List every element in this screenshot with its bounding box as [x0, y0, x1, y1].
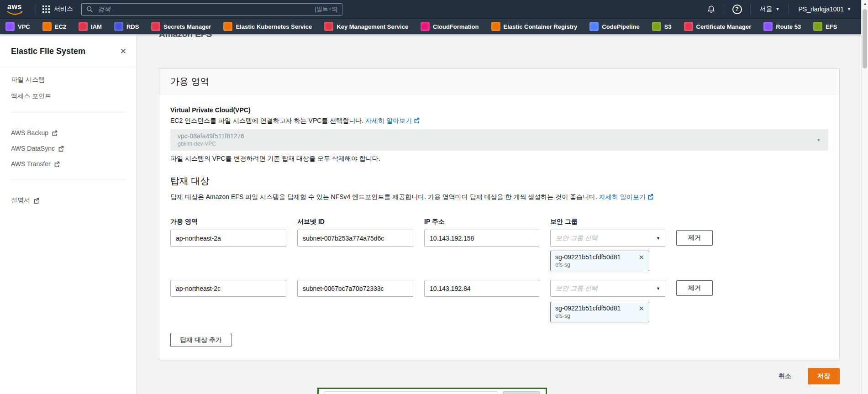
- account-menu[interactable]: PS_rlarlqja1001 ▼: [795, 5, 854, 13]
- favorite-service-label: Certificate Manager: [696, 23, 752, 30]
- subnet-field[interactable]: subnet-0067bc7a70b72333c: [297, 280, 413, 297]
- search-box[interactable]: [알트+S]: [81, 3, 342, 16]
- favorite-service-cloudformation[interactable]: CloudFormation: [421, 22, 479, 31]
- favorite-service-codepipeline[interactable]: CodePipeline: [589, 22, 639, 31]
- top-navigation: aws 서비스 [알트+S]: [0, 0, 861, 18]
- external-link-icon: [414, 117, 420, 123]
- security-group-select[interactable]: 보안 그룹 선택 ▼: [550, 280, 665, 297]
- vpc-description: EC2 인스턴스를 파일 시스템에 연결하고자 하는 VPC를 선택합니다. 자…: [170, 117, 828, 125]
- divider: [11, 179, 126, 179]
- route-53-icon: [763, 22, 773, 31]
- save-button[interactable]: 저장: [808, 368, 840, 384]
- region-selector[interactable]: 서울 ▼: [757, 5, 783, 13]
- favorite-service-iam[interactable]: IAM: [79, 22, 102, 31]
- help-button[interactable]: ?: [731, 5, 744, 14]
- codepipeline-icon: [589, 22, 599, 31]
- favorite-service-label: EC2: [55, 23, 66, 30]
- remove-sg-icon[interactable]: ✕: [638, 254, 644, 261]
- secrets-manager-icon: [151, 22, 160, 31]
- ip-field[interactable]: 10.143.192.158: [424, 230, 539, 247]
- favorite-service-label: IAM: [91, 23, 102, 30]
- remove-sg-icon[interactable]: ✕: [638, 305, 644, 312]
- chevron-down-icon: ▼: [816, 137, 821, 142]
- favorite-service-ec2[interactable]: EC2: [42, 22, 66, 31]
- certificate-manager-icon: [684, 22, 693, 31]
- elastic-kubernetes-service-icon: [223, 22, 232, 31]
- availability-zone-card: 가용 영역 Virtual Private Cloud(VPC) EC2 인스턴…: [159, 68, 840, 360]
- vpc-select[interactable]: vpc-08afa49f511f81276 gbkim-dev-VPC ▼: [170, 129, 828, 151]
- favorite-service-label: Elastic Kubernetes Service: [236, 23, 312, 30]
- favorite-service-key-management-service[interactable]: Key Management Service: [324, 22, 408, 31]
- close-icon[interactable]: ✕: [120, 47, 126, 55]
- partial-green-dialog: [317, 388, 547, 394]
- favorite-service-s3[interactable]: S3: [652, 22, 672, 31]
- security-group-id: sg-09221b51cfdf50d81: [555, 305, 621, 312]
- aws-smile-icon: [6, 11, 24, 15]
- favorite-service-label: S3: [664, 23, 672, 30]
- favorite-service-efs[interactable]: EFS: [813, 22, 837, 31]
- favorite-service-label: RDS: [126, 23, 139, 30]
- rds-icon: [114, 22, 123, 31]
- mount-targets-learn-more-link[interactable]: 자세히 알아보기: [599, 193, 653, 200]
- favorite-service-secrets-manager[interactable]: Secrets Manager: [151, 22, 211, 31]
- remove-button[interactable]: 제거: [676, 280, 713, 296]
- mount-target-row: ap-northeast-2a subnet-007b253a774a75d6c…: [170, 230, 828, 247]
- security-group-select[interactable]: 보안 그룹 선택 ▼: [550, 230, 665, 247]
- sidebar-item-aws-transfer[interactable]: AWS Transfer: [0, 156, 137, 172]
- favorite-service-label: CloudFormation: [433, 23, 479, 30]
- selected-sg-row: sg-09221b51cfdf50d81 ✕ efs-sg: [170, 251, 828, 271]
- help-icon: ?: [732, 5, 742, 14]
- account-label: PS_rlarlqja1001: [798, 5, 844, 13]
- favorite-service-elastic-kubernetes-service[interactable]: Elastic Kubernetes Service: [223, 22, 312, 31]
- subnet-field[interactable]: subnet-007b253a774a75d6c: [297, 230, 413, 247]
- vpc-selected-id: vpc-08afa49f511f81276: [178, 132, 821, 140]
- ip-field[interactable]: 10.143.192.84: [424, 280, 539, 297]
- divider: [724, 4, 724, 14]
- scroll-up-arrow-icon[interactable]: ▲: [862, 2, 868, 6]
- column-header-sg: 보안 그룹: [550, 218, 665, 226]
- vpc-learn-more-link[interactable]: 자세히 알아보기: [365, 117, 420, 124]
- notifications-button[interactable]: [705, 5, 717, 14]
- chevron-down-icon: ▼: [656, 286, 660, 291]
- add-mount-target-button[interactable]: 탑재 대상 추가: [170, 333, 231, 347]
- mount-targets-description: 탑재 대상은 Amazon EFS 파일 시스템을 탑재할 수 있는 NFSv4…: [170, 193, 828, 201]
- aws-logo-text: aws: [7, 3, 22, 11]
- cancel-button[interactable]: 취소: [776, 372, 794, 381]
- selected-sg-row: sg-09221b51cfdf50d81 ✕ efs-sg: [170, 302, 828, 322]
- chevron-down-icon: ▼: [656, 236, 660, 241]
- services-label: 서비스: [54, 5, 73, 13]
- sidebar: Elastic File System ✕ 파일 시스템 액세스 포인트 AWS…: [0, 34, 137, 394]
- iam-icon: [79, 22, 88, 31]
- aws-logo[interactable]: aws: [6, 3, 25, 16]
- vertical-scrollbar[interactable]: ▲: [861, 0, 868, 394]
- services-menu[interactable]: 서비스: [42, 5, 73, 13]
- sidebar-title: Elastic File System: [11, 47, 85, 56]
- sidebar-item-aws-datasync[interactable]: AWS DataSync: [0, 141, 137, 156]
- az-field[interactable]: ap-northeast-2a: [170, 230, 286, 247]
- partial-dialog-field[interactable]: [324, 391, 497, 394]
- search-shortcut: [알트+S]: [315, 5, 338, 13]
- remove-button[interactable]: 제거: [676, 230, 713, 246]
- partial-dialog-button[interactable]: [503, 391, 540, 394]
- column-header-ip: IP 주소: [424, 218, 539, 226]
- sidebar-item-access-points[interactable]: 액세스 포인트: [0, 88, 137, 105]
- favorite-service-label: EFS: [826, 23, 837, 30]
- topnav-right: ? 서울 ▼ PS_rlarlqja1001 ▼: [705, 4, 854, 14]
- favorite-service-rds[interactable]: RDS: [114, 22, 139, 31]
- favorite-service-route-53[interactable]: Route 53: [763, 22, 801, 31]
- security-group-id: sg-09221b51cfdf50d81: [555, 253, 621, 261]
- s3-icon: [652, 22, 661, 31]
- scrollbar-thumb[interactable]: [863, 9, 867, 68]
- sidebar-item-file-systems[interactable]: 파일 시스템: [0, 72, 137, 88]
- favorite-service-elastic-container-registry[interactable]: Elastic Container Registry: [491, 22, 578, 31]
- favorite-service-label: VPC: [18, 23, 30, 30]
- card-header: 가용 영역: [159, 69, 839, 95]
- az-field[interactable]: ap-northeast-2c: [170, 280, 286, 297]
- vpc-selected-name: gbkim-dev-VPC: [178, 141, 821, 147]
- favorite-service-certificate-manager[interactable]: Certificate Manager: [684, 22, 752, 31]
- divider: [789, 4, 789, 14]
- favorite-service-vpc[interactable]: VPC: [5, 22, 30, 31]
- sidebar-item-aws-backup[interactable]: AWS Backup: [0, 125, 137, 141]
- search-input[interactable]: [97, 5, 311, 13]
- sidebar-item-documentation[interactable]: 설명서: [0, 192, 137, 209]
